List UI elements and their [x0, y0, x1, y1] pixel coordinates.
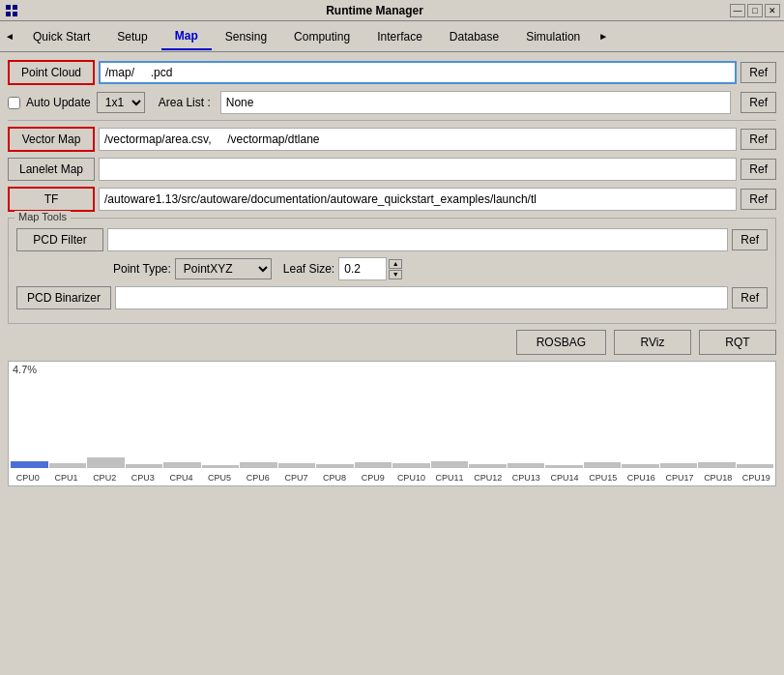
map-tools-section: Map Tools PCD Filter Ref Point Type: Poi…: [8, 218, 776, 324]
tab-setup[interactable]: Setup: [103, 23, 160, 50]
auto-update-label: Auto Update: [26, 96, 91, 109]
cpu-bar-14: [545, 465, 583, 468]
svg-rect-0: [6, 5, 11, 10]
cpu-bar-9: [355, 462, 392, 468]
cpu-label-16: CPU16: [623, 473, 661, 483]
rqt-button[interactable]: RQT: [699, 330, 776, 355]
lanelet-map-row: Lanelet Map Ref: [8, 158, 776, 181]
cpu-chart: 4.7% CPU0CPU1CPU2CPU3CPU4CPU5CPU6CPU7CPU…: [8, 361, 776, 486]
pcd-binarizer-row: PCD Binarizer Ref: [16, 286, 768, 309]
svg-rect-2: [6, 12, 11, 16]
spinner-up[interactable]: ▲: [389, 259, 402, 269]
cpu-label-10: CPU10: [392, 473, 431, 483]
window-controls: — □ ✕: [730, 4, 780, 17]
pcd-binarizer-ref-button[interactable]: Ref: [732, 287, 768, 308]
area-list-input[interactable]: [220, 91, 732, 114]
minimize-button[interactable]: —: [730, 4, 745, 17]
cpu-bar-11: [431, 461, 469, 468]
vector-map-button[interactable]: Vector Map: [8, 127, 95, 152]
leaf-size-label: Leaf Size:: [283, 262, 334, 276]
pcd-filter-ref-button[interactable]: Ref: [732, 229, 768, 250]
auto-update-checkbox[interactable]: [8, 97, 20, 109]
cpu-label-8: CPU8: [315, 473, 354, 483]
cpu-label-7: CPU7: [277, 473, 316, 483]
svg-rect-3: [13, 12, 17, 16]
action-buttons: ROSBAG RViz RQT: [8, 330, 776, 355]
auto-update-row: Auto Update 1x1 Area List : Ref: [8, 91, 776, 114]
cpu-label-11: CPU11: [430, 473, 469, 483]
titlebar: Runtime Manager — □ ✕: [0, 0, 784, 21]
cpu-bar-2: [87, 457, 125, 468]
cpu-label-19: CPU19: [737, 473, 775, 483]
cpu-bar-19: [737, 464, 774, 468]
cpu-bars-container: [9, 379, 775, 468]
cpu-label-6: CPU6: [239, 473, 277, 483]
tf-button[interactable]: TF: [8, 187, 95, 212]
map-tools-label: Map Tools: [15, 211, 71, 222]
cpu-bar-10: [392, 463, 430, 468]
cpu-bar-16: [622, 464, 659, 468]
point-type-label: Point Type:: [113, 262, 171, 276]
cpu-bar-17: [660, 463, 698, 468]
vector-map-input[interactable]: [99, 128, 737, 151]
area-list-ref-button[interactable]: Ref: [740, 92, 776, 113]
point-cloud-input[interactable]: [99, 61, 737, 84]
lanelet-map-button[interactable]: Lanelet Map: [8, 158, 95, 181]
tab-map[interactable]: Map: [161, 23, 212, 50]
point-type-dropdown[interactable]: PointXYZ: [175, 258, 272, 279]
tab-interface[interactable]: Interface: [363, 23, 436, 50]
svg-rect-1: [13, 5, 17, 10]
tab-simulation[interactable]: Simulation: [512, 23, 594, 50]
cpu-label-2: CPU2: [85, 473, 124, 483]
vector-map-ref-button[interactable]: Ref: [740, 129, 776, 150]
cpu-percentage: 4.7%: [13, 364, 37, 375]
leaf-size-input[interactable]: [338, 257, 387, 280]
pcd-binarizer-input[interactable]: [115, 286, 728, 309]
lanelet-map-input[interactable]: [99, 158, 737, 181]
area-list-label: Area List :: [159, 96, 211, 109]
rosbag-button[interactable]: ROSBAG: [516, 330, 606, 355]
cpu-label-0: CPU0: [9, 473, 47, 483]
nav-right-arrow[interactable]: ►: [594, 23, 613, 50]
cpu-label-12: CPU12: [469, 473, 508, 483]
cpu-label-3: CPU3: [124, 473, 162, 483]
cpu-label-15: CPU15: [584, 473, 623, 483]
spinner-down[interactable]: ▼: [389, 270, 402, 279]
cpu-label-18: CPU18: [699, 473, 738, 483]
point-cloud-ref-button[interactable]: Ref: [740, 62, 776, 83]
pcd-filter-input[interactable]: [107, 228, 728, 251]
cpu-bar-0: [11, 461, 48, 468]
cpu-bar-15: [584, 462, 622, 468]
tf-input[interactable]: [99, 188, 737, 211]
cpu-label-4: CPU4: [162, 473, 201, 483]
cpu-labels-container: CPU0CPU1CPU2CPU3CPU4CPU5CPU6CPU7CPU8CPU9…: [9, 470, 775, 485]
tab-quick-start[interactable]: Quick Start: [19, 23, 103, 50]
cpu-bar-5: [202, 465, 240, 468]
tf-ref-button[interactable]: Ref: [740, 189, 776, 210]
main-content: Point Cloud Ref Auto Update 1x1 Area Lis…: [0, 52, 784, 675]
rviz-button[interactable]: RViz: [614, 330, 691, 355]
maximize-button[interactable]: □: [747, 4, 763, 17]
cpu-label-14: CPU14: [545, 473, 584, 483]
vector-map-row: Vector Map Ref: [8, 127, 776, 152]
window-title: Runtime Manager: [19, 4, 730, 17]
pcd-binarizer-button[interactable]: PCD Binarizer: [16, 286, 111, 309]
app-icon: [4, 3, 19, 18]
pcd-filter-button[interactable]: PCD Filter: [16, 228, 103, 251]
point-cloud-button[interactable]: Point Cloud: [8, 60, 95, 85]
tab-computing[interactable]: Computing: [280, 23, 363, 50]
close-button[interactable]: ✕: [765, 4, 780, 17]
cpu-bar-8: [316, 464, 354, 468]
leaf-size-spinner[interactable]: ▲ ▼: [389, 259, 402, 279]
tf-row: TF Ref: [8, 187, 776, 212]
point-cloud-row: Point Cloud Ref: [8, 60, 776, 85]
nav-bar: ◄ Quick Start Setup Map Sensing Computin…: [0, 21, 784, 52]
cpu-label-13: CPU13: [508, 473, 546, 483]
tab-database[interactable]: Database: [436, 23, 512, 50]
lanelet-map-ref-button[interactable]: Ref: [740, 159, 776, 180]
tab-sensing[interactable]: Sensing: [212, 23, 280, 50]
grid-dropdown[interactable]: 1x1: [97, 92, 145, 113]
nav-left-arrow[interactable]: ◄: [0, 23, 19, 50]
cpu-bar-7: [278, 463, 316, 468]
cpu-label-9: CPU9: [354, 473, 392, 483]
